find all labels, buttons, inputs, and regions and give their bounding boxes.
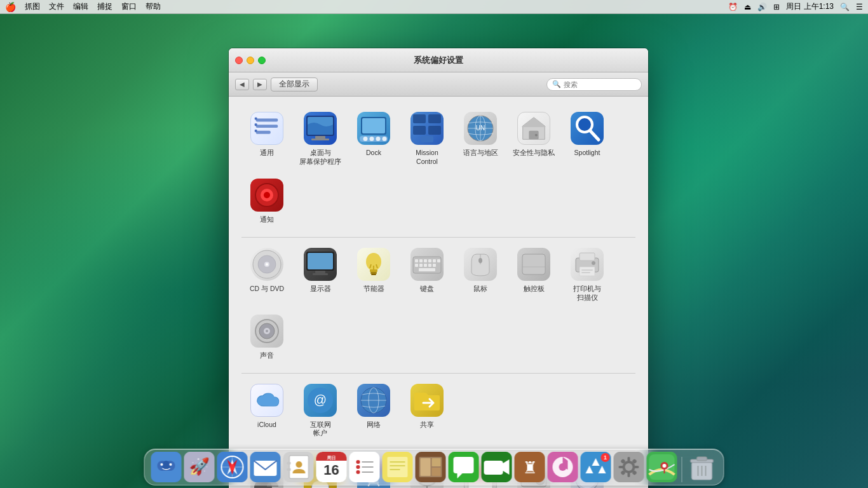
svg-rect-4: [255, 123, 257, 126]
pref-mission[interactable]: MissionControl: [402, 107, 452, 171]
spotlight-icon[interactable]: 🔍: [840, 3, 850, 11]
show-all-button[interactable]: 全部显示: [271, 78, 318, 92]
svg-rect-44: [313, 273, 328, 275]
menubar-help[interactable]: 帮助: [146, 1, 161, 12]
pref-notification[interactable]: 通知: [241, 173, 292, 229]
menubar-file[interactable]: 文件: [49, 1, 64, 12]
mouse-icon: [464, 248, 497, 281]
printer-label: 打印机与扫描仪: [573, 285, 601, 302]
svg-rect-2: [256, 131, 271, 134]
pref-cddvd[interactable]: CD 与 DVD: [241, 243, 292, 307]
svg-point-36: [264, 192, 270, 198]
notification-center-icon[interactable]: ☰: [856, 3, 863, 11]
pref-trackpad[interactable]: 触控板: [508, 243, 559, 307]
cddvd-icon: [250, 248, 283, 281]
svg-point-40: [266, 263, 268, 266]
dock-appstore[interactable]: 1: [581, 452, 611, 482]
svg-rect-164: [432, 468, 441, 476]
traffic-lights: [235, 57, 266, 64]
pref-general[interactable]: 通用: [241, 107, 292, 171]
dock-contacts[interactable]: [283, 452, 314, 482]
dock-mail[interactable]: [250, 452, 281, 482]
dock-facetime[interactable]: [482, 452, 512, 482]
mouse-label: 鼠标: [473, 285, 487, 294]
svg-rect-156: [388, 457, 408, 477]
dock-sysprefs[interactable]: [614, 452, 644, 482]
dock-safari[interactable]: [217, 452, 248, 482]
pref-display[interactable]: 显示器: [295, 243, 346, 307]
volume-icon[interactable]: 🔊: [757, 3, 767, 11]
spotlight-pref-icon: [571, 112, 604, 145]
svg-rect-73: [581, 272, 590, 273]
svg-point-74: [592, 261, 595, 265]
pref-icloud[interactable]: iCloud: [241, 379, 292, 443]
grid-icon[interactable]: ⊞: [773, 3, 780, 11]
svg-point-177: [625, 463, 633, 471]
eject-icon[interactable]: ⏏: [744, 3, 751, 11]
svg-rect-54: [419, 259, 423, 262]
search-input[interactable]: [564, 81, 636, 88]
dock-notes[interactable]: [383, 452, 413, 482]
svg-rect-46: [370, 269, 377, 272]
dock-calendar[interactable]: 周日 16: [316, 452, 347, 482]
dock-itunes[interactable]: [548, 452, 578, 482]
pref-security[interactable]: 安全性与隐私: [508, 107, 559, 171]
search-box[interactable]: 🔍: [546, 78, 642, 91]
pref-desktop[interactable]: 桌面与屏幕保护程序: [295, 107, 346, 171]
window-title: 系统偏好设置: [414, 55, 463, 66]
pref-network[interactable]: 网络: [348, 379, 399, 443]
svg-rect-179: [628, 472, 630, 477]
svg-point-126: [170, 463, 172, 466]
pref-dock[interactable]: Dock: [348, 107, 399, 171]
svg-rect-53: [415, 259, 418, 262]
svg-text:♜: ♜: [522, 458, 537, 477]
back-button[interactable]: ◀: [235, 79, 249, 90]
menubar-edit[interactable]: 编辑: [73, 1, 88, 12]
pref-sound[interactable]: 声音: [241, 309, 292, 365]
pref-language[interactable]: UN 语言与地区: [455, 107, 506, 171]
system-preferences-window: 系统偏好设置 ◀ ▶ 全部显示 🔍: [229, 48, 648, 488]
sharing-icon: [410, 384, 444, 417]
dock-finder[interactable]: [151, 452, 182, 482]
svg-point-149: [356, 460, 360, 464]
close-button[interactable]: [235, 57, 243, 64]
dock-chess[interactable]: ♜: [515, 452, 545, 482]
svg-rect-192: [697, 457, 707, 461]
dock-launchpad[interactable]: 🚀: [184, 452, 215, 482]
svg-point-189: [663, 464, 667, 468]
menubar-grab[interactable]: 抓图: [25, 1, 40, 12]
pref-internet[interactable]: @ 互联网帐户: [295, 379, 346, 443]
dock-newsstand[interactable]: [416, 452, 446, 482]
pref-printer[interactable]: 打印机与扫描仪: [562, 243, 613, 307]
svg-rect-57: [433, 259, 436, 262]
dock-reminders[interactable]: [349, 452, 380, 482]
maximize-button[interactable]: [258, 57, 266, 64]
pref-mouse[interactable]: 鼠标: [455, 243, 506, 307]
apple-menu[interactable]: 🍎: [5, 2, 16, 12]
pref-sharing[interactable]: 共享: [402, 379, 452, 443]
search-icon: 🔍: [552, 80, 561, 88]
pref-keyboard[interactable]: 键盘: [402, 243, 452, 307]
forward-button[interactable]: ▶: [253, 79, 267, 90]
dock-messages[interactable]: [449, 452, 479, 482]
menubar-window[interactable]: 窗口: [121, 1, 137, 12]
dock-trash[interactable]: [687, 452, 717, 482]
svg-rect-21: [421, 136, 433, 142]
dock-maps[interactable]: [647, 452, 677, 482]
prefs-content: 通用 桌面与屏: [229, 97, 648, 488]
sound-label: 声音: [260, 351, 274, 360]
menubar-capture[interactable]: 捕捉: [97, 1, 112, 12]
svg-rect-3: [255, 118, 257, 120]
pref-spotlight[interactable]: Spotlight: [562, 107, 613, 171]
appstore-badge: 1: [601, 453, 610, 462]
mission-icon: [410, 112, 444, 145]
menubar: 🍎 抓图 文件 编辑 捕捉 窗口 帮助 ⏰ ⏏ 🔊 ⊞ 周日 上午1:13 🔍 …: [0, 0, 868, 14]
icloud-icon: [250, 384, 283, 417]
minimize-button[interactable]: [247, 57, 254, 64]
svg-rect-19: [413, 126, 426, 135]
printer-icon: [571, 248, 604, 281]
icloud-label: iCloud: [257, 421, 276, 430]
energy-label: 节能器: [363, 285, 384, 294]
svg-rect-1: [256, 125, 278, 128]
pref-energy[interactable]: 节能器: [348, 243, 399, 307]
